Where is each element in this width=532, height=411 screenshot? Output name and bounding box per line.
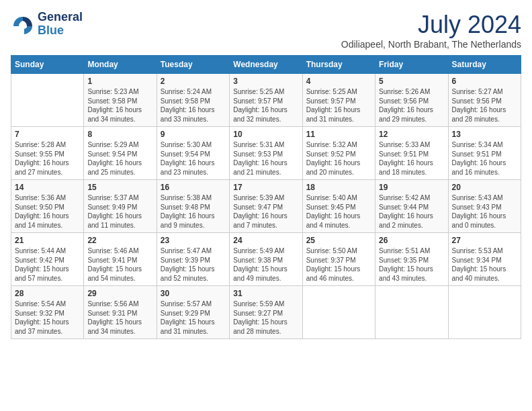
day-number: 29 <box>87 289 152 298</box>
day-number: 11 <box>306 130 371 139</box>
calendar-week-row: 7Sunrise: 5:28 AM Sunset: 9:55 PM Daylig… <box>11 127 521 180</box>
day-number: 4 <box>306 77 371 86</box>
day-number: 31 <box>233 289 298 298</box>
calendar-cell: 6Sunrise: 5:27 AM Sunset: 9:56 PM Daylig… <box>448 74 521 127</box>
day-number: 12 <box>379 130 444 139</box>
day-number: 30 <box>161 289 226 298</box>
calendar-table: SundayMondayTuesdayWednesdayThursdayFrid… <box>11 55 521 339</box>
calendar-cell <box>11 74 84 127</box>
day-info: Sunrise: 5:33 AM Sunset: 9:51 PM Dayligh… <box>379 140 444 177</box>
calendar-cell: 4Sunrise: 5:25 AM Sunset: 9:57 PM Daylig… <box>302 74 375 127</box>
calendar-cell: 10Sunrise: 5:31 AM Sunset: 9:53 PM Dayli… <box>230 127 302 180</box>
day-info: Sunrise: 5:42 AM Sunset: 9:44 PM Dayligh… <box>379 193 444 230</box>
calendar-cell: 20Sunrise: 5:43 AM Sunset: 9:43 PM Dayli… <box>448 180 521 233</box>
day-info: Sunrise: 5:54 AM Sunset: 9:32 PM Dayligh… <box>15 300 80 336</box>
day-info: Sunrise: 5:34 AM Sunset: 9:51 PM Dayligh… <box>452 140 517 177</box>
day-number: 9 <box>161 130 226 139</box>
day-number: 5 <box>379 77 444 86</box>
calendar-cell: 19Sunrise: 5:42 AM Sunset: 9:44 PM Dayli… <box>375 180 448 233</box>
calendar-cell: 28Sunrise: 5:54 AM Sunset: 9:32 PM Dayli… <box>11 286 84 339</box>
day-info: Sunrise: 5:29 AM Sunset: 9:54 PM Dayligh… <box>87 140 152 177</box>
day-number: 3 <box>233 77 298 86</box>
calendar-cell: 9Sunrise: 5:30 AM Sunset: 9:54 PM Daylig… <box>157 127 229 180</box>
month-title: July 2024 <box>341 11 521 39</box>
day-info: Sunrise: 5:57 AM Sunset: 9:29 PM Dayligh… <box>161 300 226 336</box>
calendar-cell: 26Sunrise: 5:51 AM Sunset: 9:35 PM Dayli… <box>375 233 448 286</box>
weekday-header-wednesday: Wednesday <box>230 56 302 74</box>
day-info: Sunrise: 5:30 AM Sunset: 9:54 PM Dayligh… <box>161 140 226 177</box>
day-info: Sunrise: 5:44 AM Sunset: 9:42 PM Dayligh… <box>15 246 80 283</box>
page-header: General Blue July 2024 Odiliapeel, North… <box>11 11 521 50</box>
day-number: 2 <box>161 77 226 86</box>
day-number: 6 <box>452 77 517 86</box>
day-number: 24 <box>233 236 298 245</box>
calendar-cell: 3Sunrise: 5:25 AM Sunset: 9:57 PM Daylig… <box>230 74 302 127</box>
calendar-cell: 23Sunrise: 5:47 AM Sunset: 9:39 PM Dayli… <box>157 233 229 286</box>
calendar-cell: 21Sunrise: 5:44 AM Sunset: 9:42 PM Dayli… <box>11 233 84 286</box>
weekday-header-saturday: Saturday <box>448 56 521 74</box>
day-info: Sunrise: 5:32 AM Sunset: 9:52 PM Dayligh… <box>306 140 371 177</box>
weekday-header-thursday: Thursday <box>302 56 375 74</box>
day-number: 20 <box>452 183 517 192</box>
calendar-cell: 14Sunrise: 5:36 AM Sunset: 9:50 PM Dayli… <box>11 180 84 233</box>
weekday-header-row: SundayMondayTuesdayWednesdayThursdayFrid… <box>11 56 521 74</box>
day-info: Sunrise: 5:28 AM Sunset: 9:55 PM Dayligh… <box>15 140 80 177</box>
day-info: Sunrise: 5:37 AM Sunset: 9:49 PM Dayligh… <box>87 193 152 230</box>
calendar-cell: 27Sunrise: 5:53 AM Sunset: 9:34 PM Dayli… <box>448 233 521 286</box>
day-info: Sunrise: 5:51 AM Sunset: 9:35 PM Dayligh… <box>379 246 444 283</box>
calendar-week-row: 28Sunrise: 5:54 AM Sunset: 9:32 PM Dayli… <box>11 286 521 339</box>
calendar-cell: 2Sunrise: 5:24 AM Sunset: 9:58 PM Daylig… <box>157 74 229 127</box>
day-info: Sunrise: 5:59 AM Sunset: 9:27 PM Dayligh… <box>233 300 298 336</box>
calendar-cell: 7Sunrise: 5:28 AM Sunset: 9:55 PM Daylig… <box>11 127 84 180</box>
day-number: 19 <box>379 183 444 192</box>
day-number: 16 <box>161 183 226 192</box>
weekday-header-friday: Friday <box>375 56 448 74</box>
calendar-cell <box>448 286 521 339</box>
calendar-week-row: 14Sunrise: 5:36 AM Sunset: 9:50 PM Dayli… <box>11 180 521 233</box>
calendar-cell: 25Sunrise: 5:50 AM Sunset: 9:37 PM Dayli… <box>302 233 375 286</box>
calendar-cell <box>302 286 375 339</box>
location-subtitle: Odiliapeel, North Brabant, The Netherlan… <box>341 39 521 50</box>
day-info: Sunrise: 5:25 AM Sunset: 9:57 PM Dayligh… <box>306 87 371 124</box>
day-number: 14 <box>15 183 80 192</box>
calendar-cell: 8Sunrise: 5:29 AM Sunset: 9:54 PM Daylig… <box>84 127 157 180</box>
calendar-cell: 30Sunrise: 5:57 AM Sunset: 9:29 PM Dayli… <box>157 286 229 339</box>
calendar-cell: 11Sunrise: 5:32 AM Sunset: 9:52 PM Dayli… <box>302 127 375 180</box>
day-number: 13 <box>452 130 517 139</box>
day-number: 15 <box>87 183 152 192</box>
calendar-cell: 29Sunrise: 5:56 AM Sunset: 9:31 PM Dayli… <box>84 286 157 339</box>
day-number: 26 <box>379 236 444 245</box>
title-area: July 2024 Odiliapeel, North Brabant, The… <box>341 11 521 50</box>
calendar-cell: 17Sunrise: 5:39 AM Sunset: 9:47 PM Dayli… <box>230 180 302 233</box>
calendar-cell: 24Sunrise: 5:49 AM Sunset: 9:38 PM Dayli… <box>230 233 302 286</box>
day-number: 17 <box>233 183 298 192</box>
logo-icon <box>11 14 35 34</box>
calendar-cell: 13Sunrise: 5:34 AM Sunset: 9:51 PM Dayli… <box>448 127 521 180</box>
logo-text-blue: Blue <box>38 24 83 38</box>
logo: General Blue <box>11 11 83 38</box>
calendar-cell: 31Sunrise: 5:59 AM Sunset: 9:27 PM Dayli… <box>230 286 302 339</box>
day-number: 21 <box>15 236 80 245</box>
calendar-cell: 12Sunrise: 5:33 AM Sunset: 9:51 PM Dayli… <box>375 127 448 180</box>
calendar-cell: 22Sunrise: 5:46 AM Sunset: 9:41 PM Dayli… <box>84 233 157 286</box>
day-info: Sunrise: 5:25 AM Sunset: 9:57 PM Dayligh… <box>233 87 298 124</box>
day-info: Sunrise: 5:56 AM Sunset: 9:31 PM Dayligh… <box>87 300 152 336</box>
day-info: Sunrise: 5:38 AM Sunset: 9:48 PM Dayligh… <box>161 193 226 230</box>
calendar-week-row: 1Sunrise: 5:23 AM Sunset: 9:58 PM Daylig… <box>11 74 521 127</box>
day-number: 1 <box>87 77 152 86</box>
calendar-cell: 18Sunrise: 5:40 AM Sunset: 9:45 PM Dayli… <box>302 180 375 233</box>
day-info: Sunrise: 5:40 AM Sunset: 9:45 PM Dayligh… <box>306 193 371 230</box>
weekday-header-monday: Monday <box>84 56 157 74</box>
logo-text-general: General <box>38 11 83 24</box>
day-number: 23 <box>161 236 226 245</box>
day-info: Sunrise: 5:43 AM Sunset: 9:43 PM Dayligh… <box>452 193 517 230</box>
day-info: Sunrise: 5:23 AM Sunset: 9:58 PM Dayligh… <box>87 87 152 124</box>
day-number: 28 <box>15 289 80 298</box>
day-info: Sunrise: 5:39 AM Sunset: 9:47 PM Dayligh… <box>233 193 298 230</box>
day-info: Sunrise: 5:49 AM Sunset: 9:38 PM Dayligh… <box>233 246 298 283</box>
calendar-cell: 5Sunrise: 5:26 AM Sunset: 9:56 PM Daylig… <box>375 74 448 127</box>
calendar-cell <box>375 286 448 339</box>
calendar-cell: 16Sunrise: 5:38 AM Sunset: 9:48 PM Dayli… <box>157 180 229 233</box>
calendar-cell: 15Sunrise: 5:37 AM Sunset: 9:49 PM Dayli… <box>84 180 157 233</box>
day-number: 8 <box>87 130 152 139</box>
